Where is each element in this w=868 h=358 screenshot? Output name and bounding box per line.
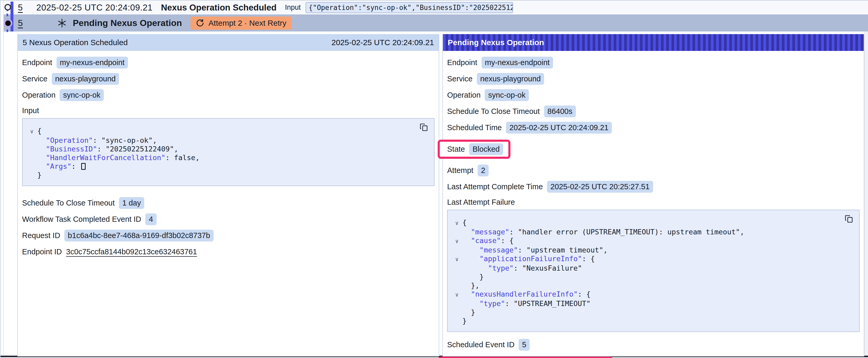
code-gutter — [451, 246, 462, 254]
event-input-preview-chip[interactable]: {"Operation":"sync-op-ok","BusinessID":"… — [306, 2, 513, 13]
field-row-scheduled-time: Scheduled Time2025-02-25 UTC 20:24:09.21 — [447, 122, 860, 134]
collapse-chevron-icon[interactable]: ∨ — [451, 236, 462, 246]
event-input-label: Input — [285, 3, 301, 11]
input-section-label: Input — [22, 106, 435, 115]
code-line: "message": "handler error (UPSTREAM_TIME… — [451, 228, 854, 236]
collapse-chevron-icon[interactable]: ∨ — [451, 254, 462, 264]
field-row-workflow-task-completed-event-id: Workflow Task Completed Event ID4 — [22, 214, 435, 225]
code-line: }, — [451, 281, 854, 290]
code-gutter — [451, 281, 462, 290]
field-row-service: Servicenexus-playground — [447, 73, 860, 85]
scrollbar-gutter[interactable] — [864, 1, 868, 358]
copy-icon[interactable] — [844, 215, 853, 223]
code-line: "Args": — [26, 162, 429, 171]
field-value: 86400s — [544, 105, 576, 117]
event-title: Pending Nexus Operation — [73, 18, 182, 28]
scheduled-panel-title: 5 Nexus Operation Scheduled — [23, 38, 128, 47]
scheduled-event-panel: 5 Nexus Operation Scheduled 2025-02-25 U… — [17, 34, 439, 356]
field-value: sync-op-ok — [485, 89, 529, 101]
field-row-request-id: Request IDb1c6a4bc-8ee7-468a-9169-df3b02… — [22, 230, 435, 241]
table-left-guide — [3, 1, 4, 356]
scheduled-panel-header: 5 Nexus Operation Scheduled 2025-02-25 U… — [18, 34, 439, 51]
event-history-viewport: 5 2025-02-25 UTC 20:24:09.21 Nexus Opera… — [0, 0, 868, 358]
event-id-link[interactable]: 5 — [18, 3, 23, 12]
highlight-box: Blocked ReasonThe circuit breaker is ope… — [438, 357, 613, 358]
last-attempt-failure-label: Last Attempt Failure — [447, 198, 860, 206]
field-value: my-nexus-endpoint — [57, 57, 128, 68]
field-label: Endpoint — [447, 58, 477, 67]
field-value: 2025-02-25 UTC 20:24:09.21 — [506, 122, 612, 134]
field-value: sync-op-ok — [60, 89, 104, 101]
code-gutter — [451, 308, 462, 317]
pending-fields-top: Endpointmy-nexus-endpointServicenexus-pl… — [447, 57, 860, 193]
field-value: Blocked — [469, 143, 503, 155]
code-gutter — [451, 299, 462, 308]
field-row-attempt: Attempt2 — [447, 165, 860, 176]
field-value: nexus-playground — [52, 73, 119, 85]
field-value: b1c6a4bc-8ee7-468a-9169-df3b02c8737b — [64, 230, 214, 241]
field-row-schedule-to-close-timeout: Schedule To Close Timeout1 day — [22, 197, 435, 209]
pending-operation-panel: Pending Nexus Operation Endpointmy-nexus… — [442, 34, 864, 356]
code-line: "message": "upstream timeout", — [451, 246, 854, 254]
field-row-operation: Operationsync-op-ok — [447, 89, 860, 101]
event-row-nexus-operation-scheduled[interactable]: 5 2025-02-25 UTC 20:24:09.21 Nexus Opera… — [4, 1, 868, 14]
code-gutter — [451, 228, 462, 236]
code-gutter — [26, 171, 37, 179]
field-row-schedule-to-close-timeout: Schedule To Close Timeout86400s — [447, 105, 860, 117]
scheduled-fields-top: Endpointmy-nexus-endpointServicenexus-pl… — [22, 57, 435, 101]
field-value: 2 — [477, 165, 489, 176]
collapse-chevron-icon[interactable]: ∨ — [26, 127, 37, 136]
code-gutter — [26, 136, 37, 144]
field-value: my-nexus-endpoint — [482, 57, 553, 68]
field-label: Workflow Task Completed Event ID — [22, 215, 141, 224]
timeline-event-dot-open — [4, 4, 11, 10]
event-id-link[interactable]: 5 — [18, 18, 23, 28]
event-row-pending-nexus-operation[interactable]: 5 Pending Nexus Operation Attempt 2 · Ne… — [4, 14, 868, 32]
field-row-endpoint-id: Endpoint ID3c0c75ccfa8144b092c13ce632463… — [22, 246, 435, 258]
field-label: Scheduled Event ID — [447, 340, 515, 349]
collapse-chevron-icon[interactable]: ∨ — [451, 218, 462, 228]
collapse-chevron-icon[interactable]: ∨ — [451, 290, 462, 299]
field-label: Operation — [447, 91, 480, 99]
code-line: ∨ "applicationFailureInfo": { — [451, 254, 854, 264]
field-label: Endpoint — [22, 58, 52, 67]
code-line: "BusinessID": "20250225122409", — [26, 144, 429, 153]
retry-attempt-badge: Attempt 2 · Next Retry — [190, 17, 292, 30]
field-row-service: Servicenexus-playground — [22, 73, 435, 85]
retry-badge-label: Attempt 2 · Next Retry — [209, 19, 287, 28]
code-line: "HandlerWaitForCancellation": false, — [26, 153, 429, 162]
field-row-scheduled-event-id: Scheduled Event ID5 — [447, 339, 860, 351]
event-detail-area: 5 Nexus Operation Scheduled 2025-02-25 U… — [17, 34, 864, 356]
field-value[interactable]: 3c0c75ccfa8144b092c13ce632463761 — [66, 248, 197, 256]
field-label: Last Attempt Complete Time — [447, 183, 543, 191]
field-value: nexus-playground — [477, 73, 544, 85]
field-label: Request ID — [22, 231, 60, 240]
timeline-selected-bar — [10, 2, 13, 32]
code-gutter — [26, 153, 37, 162]
timeline-event-dot-filled — [5, 21, 11, 26]
code-gutter — [451, 317, 462, 325]
event-time: 2025-02-25 UTC 20:24:09.21 — [36, 3, 152, 12]
field-row-operation: Operationsync-op-ok — [22, 89, 435, 101]
input-json-viewer: ∨{ "Operation": "sync-op-ok", "BusinessI… — [22, 118, 435, 186]
pending-panel-title: Pending Nexus Operation — [448, 38, 544, 47]
field-label: Schedule To Close Timeout — [22, 199, 115, 207]
field-label: Service — [22, 74, 48, 83]
code-line: "type": "NexusFailure" — [451, 264, 854, 272]
code-line: } — [451, 317, 854, 325]
scheduled-panel-time: 2025-02-25 UTC 20:24:09.21 — [332, 38, 434, 47]
code-line: ∨{ — [451, 218, 854, 228]
field-label: Endpoint ID — [22, 248, 62, 256]
pending-panel-header: Pending Nexus Operation — [443, 34, 864, 51]
code-line: ∨ "nexusHandlerFailureInfo": { — [451, 290, 854, 299]
pending-asterisk-icon — [57, 18, 67, 28]
copy-icon[interactable] — [419, 123, 428, 132]
code-line: } — [451, 272, 854, 281]
field-label: Operation — [22, 91, 56, 99]
code-line: } — [451, 308, 854, 317]
field-label: Schedule To Close Timeout — [447, 107, 540, 116]
code-gutter — [451, 264, 462, 272]
field-label: Scheduled Time — [447, 123, 502, 132]
field-value: 2025-02-25 UTC 20:25:27.51 — [547, 181, 653, 193]
scheduled-fields-bottom: Schedule To Close Timeout1 dayWorkflow T… — [22, 197, 435, 258]
